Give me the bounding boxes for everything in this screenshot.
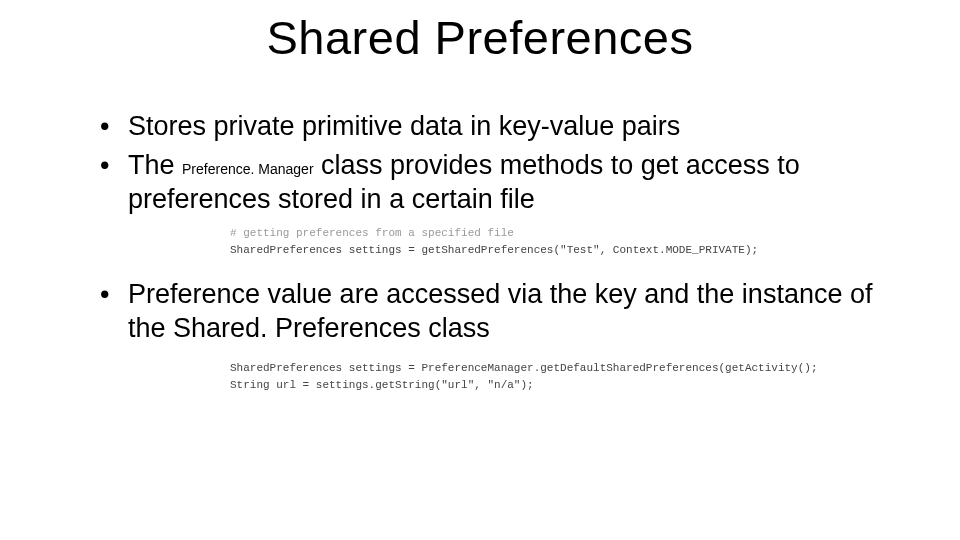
code-snippet: # getting preferences from a specified f… bbox=[230, 225, 900, 259]
inline-code: Preference. Manager bbox=[182, 161, 314, 177]
bullet-item: The Preference. Manager class provides m… bbox=[100, 148, 900, 217]
code-line: # getting preferences from a specified f… bbox=[230, 225, 900, 242]
bullet-list: Stores private primitive data in key-val… bbox=[100, 109, 900, 217]
slide-body: Stores private primitive data in key-val… bbox=[0, 109, 960, 394]
bullet-item: Preference value are accessed via the ke… bbox=[100, 277, 900, 346]
code-line: SharedPreferences settings = getSharedPr… bbox=[230, 242, 900, 259]
bullet-text-pre: The bbox=[128, 150, 182, 180]
bullet-list: Preference value are accessed via the ke… bbox=[100, 277, 900, 346]
bullet-text-post: class provides methods to get access to … bbox=[128, 150, 800, 215]
slide-title: Shared Preferences bbox=[0, 10, 960, 65]
bullet-item: Stores private primitive data in key-val… bbox=[100, 109, 900, 144]
slide: Shared Preferences Stores private primit… bbox=[0, 10, 960, 540]
code-line: String url = settings.getString("url", "… bbox=[230, 377, 900, 394]
code-snippet: SharedPreferences settings = PreferenceM… bbox=[230, 360, 900, 394]
code-line: SharedPreferences settings = PreferenceM… bbox=[230, 360, 900, 377]
